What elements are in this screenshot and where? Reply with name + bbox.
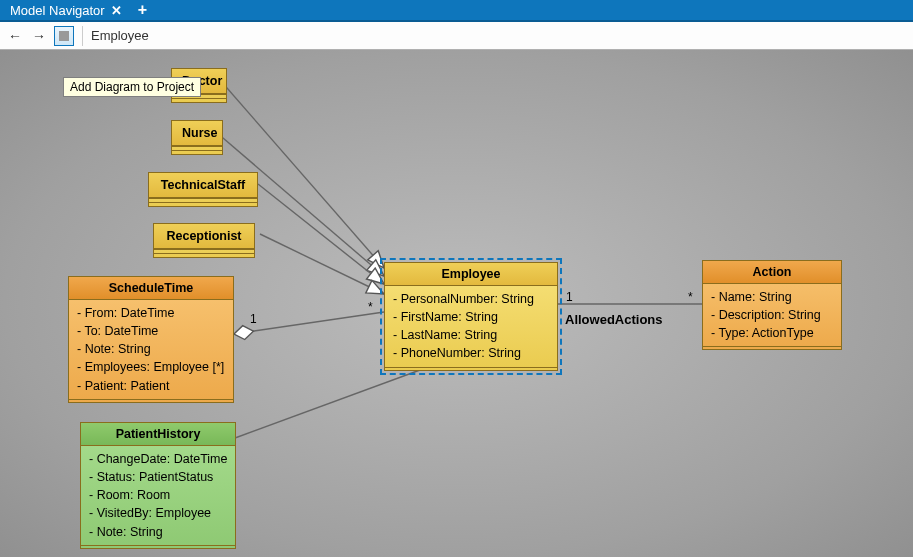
compartment-separator [385,367,557,370]
class-nurse[interactable]: Nurse [171,120,223,155]
multiplicity: 1 [566,290,573,304]
attr: - Note: String [89,523,227,541]
attr: - Patient: Patient [77,377,225,395]
separator [82,26,83,46]
compartment-separator [703,346,841,349]
attr: - Type: ActionType [711,324,833,342]
nav-back-button[interactable]: ← [6,28,24,44]
compartment-separator [69,399,233,402]
add-tab-button[interactable]: + [138,1,147,19]
class-receptionist[interactable]: Receptionist [153,223,255,258]
attr: - ChangeDate: DateTime [89,450,227,468]
attr: - Name: String [711,288,833,306]
compartment-separator [149,202,257,206]
svg-line-3 [260,234,384,294]
attr: - Room: Room [89,486,227,504]
svg-line-2 [258,184,384,284]
diagram-icon[interactable] [54,26,74,46]
multiplicity: * [688,290,693,304]
tab-label: Model Navigator [10,3,105,18]
class-title: Nurse [172,121,222,146]
title-bar: Model Navigator ✕ + [0,0,913,22]
class-attributes: - From: DateTime - To: DateTime - Note: … [69,300,233,399]
class-title: Action [703,261,841,284]
tab-model-navigator[interactable]: Model Navigator ✕ [4,1,128,20]
attr: - Description: String [711,306,833,324]
class-employee[interactable]: Employee - PersonalNumber: String - Firs… [384,262,558,371]
class-title: ScheduleTime [69,277,233,300]
class-title: Receptionist [154,224,254,249]
compartment-separator [81,545,235,548]
close-icon[interactable]: ✕ [111,3,122,18]
class-patient-history[interactable]: PatientHistory - ChangeDate: DateTime - … [80,422,236,549]
attr: - PersonalNumber: String [393,290,549,308]
class-attributes: - Name: String - Description: String - T… [703,284,841,346]
tooltip: Add Diagram to Project [63,77,201,97]
svg-line-5 [235,370,420,438]
attr: - FirstName: String [393,308,549,326]
class-attributes: - PersonalNumber: String - FirstName: St… [385,286,557,367]
multiplicity: * [368,300,373,314]
class-attributes: - ChangeDate: DateTime - Status: Patient… [81,446,235,545]
attr: - To: DateTime [77,322,225,340]
nav-forward-button[interactable]: → [30,28,48,44]
attr: - VisitedBy: Employee [89,504,227,522]
class-technical-staff[interactable]: TechnicalStaff [148,172,258,207]
class-action[interactable]: Action - Name: String - Description: Str… [702,260,842,350]
association-label: AllowedActions [565,312,663,327]
attr: - LastName: String [393,326,549,344]
diagram-canvas[interactable]: Add Diagram to Project Doctor Nurse [0,50,913,557]
class-title: TechnicalStaff [149,173,257,198]
toolbar: ← → Employee [0,22,913,50]
compartment-separator [154,253,254,257]
attr: - Employees: Employee [*] [77,358,225,376]
compartment-separator [172,150,222,154]
attr: - From: DateTime [77,304,225,322]
attr: - Note: String [77,340,225,358]
class-schedule-time[interactable]: ScheduleTime - From: DateTime - To: Date… [68,276,234,403]
multiplicity: 1 [250,312,257,326]
class-title: Employee [385,263,557,286]
class-title: PatientHistory [81,423,235,446]
attr: - PhoneNumber: String [393,344,549,362]
compartment-separator [172,98,226,102]
attr: - Status: PatientStatus [89,468,227,486]
breadcrumb[interactable]: Employee [91,28,149,43]
